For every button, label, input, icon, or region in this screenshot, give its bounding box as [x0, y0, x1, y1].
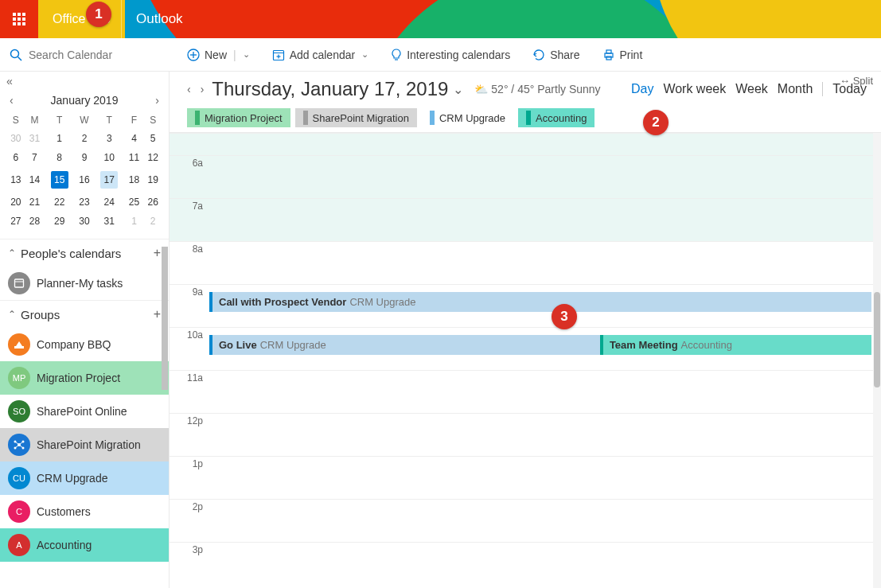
- hour-row[interactable]: 7a: [170, 198, 881, 241]
- chevron-down-icon[interactable]: ⌄: [453, 82, 463, 97]
- group-item[interactable]: AAccounting: [0, 528, 169, 562]
- mini-cal-day[interactable]: 30: [75, 212, 94, 231]
- view-week[interactable]: Week: [735, 82, 768, 96]
- mini-cal-day[interactable]: 16: [75, 167, 94, 193]
- new-button[interactable]: New | ⌄: [187, 49, 250, 61]
- mini-cal-day[interactable]: 20: [6, 193, 25, 212]
- mini-cal-day[interactable]: 14: [25, 167, 45, 193]
- mini-cal-day[interactable]: 25: [125, 193, 144, 212]
- calendar-event[interactable]: Team MeetingAccounting: [600, 335, 871, 355]
- chevron-down-icon[interactable]: ⌄: [361, 49, 368, 60]
- view-day[interactable]: Day: [631, 82, 653, 96]
- mini-cal-day[interactable]: 31: [25, 129, 45, 148]
- search-input[interactable]: [29, 49, 140, 61]
- chevron-down-icon[interactable]: ⌄: [243, 49, 250, 60]
- mini-cal-day[interactable]: 13: [6, 167, 25, 193]
- mini-cal-day[interactable]: 30: [6, 129, 25, 148]
- mini-cal-day[interactable]: 31: [94, 212, 125, 231]
- mini-cal-day[interactable]: 5: [143, 129, 162, 148]
- mini-cal-day[interactable]: 2: [143, 212, 162, 231]
- mini-cal-day[interactable]: 3: [94, 129, 125, 148]
- split-button[interactable]: ↔ Split: [840, 75, 873, 87]
- calendar-event[interactable]: Go LiveCRM Upgrade: [209, 335, 600, 355]
- hour-cell[interactable]: [209, 242, 881, 284]
- hour-cell[interactable]: [209, 134, 881, 155]
- mini-cal-day[interactable]: 18: [125, 167, 144, 193]
- hour-row[interactable]: [170, 133, 881, 155]
- hour-cell[interactable]: [209, 371, 881, 413]
- hour-cell[interactable]: [209, 457, 881, 499]
- scrollbar-thumb[interactable]: [874, 292, 880, 387]
- next-month-icon[interactable]: ›: [152, 94, 162, 107]
- view-work-week[interactable]: Work week: [663, 82, 726, 96]
- hour-cell[interactable]: [209, 156, 881, 198]
- app-title[interactable]: Outlook: [121, 0, 197, 38]
- mini-cal-day[interactable]: 24: [94, 193, 125, 212]
- group-item[interactable]: SOSharePoint Online: [0, 395, 169, 428]
- mini-cal-day[interactable]: 15: [44, 167, 75, 193]
- mini-cal-day[interactable]: 8: [44, 148, 75, 167]
- mini-cal-day[interactable]: 6: [6, 148, 25, 167]
- mini-cal-day[interactable]: 21: [25, 193, 45, 212]
- print-button[interactable]: Print: [602, 49, 643, 61]
- timeline[interactable]: 6a7a8a9a10a11a12p1p2p3p Call with Prospe…: [170, 133, 881, 588]
- mini-cal-day[interactable]: 27: [6, 212, 25, 231]
- hour-row[interactable]: 8a: [170, 241, 881, 284]
- mini-cal-day[interactable]: 11: [125, 148, 144, 167]
- planner-item[interactable]: Planner-My tasks: [0, 267, 169, 300]
- search-box[interactable]: [0, 38, 170, 72]
- group-item[interactable]: SharePoint Migration: [0, 428, 169, 461]
- hour-cell[interactable]: [209, 414, 881, 456]
- category-tag[interactable]: Accounting: [518, 108, 594, 127]
- view-month[interactable]: Month: [778, 82, 813, 96]
- office365-label[interactable]: Office 365: [38, 0, 125, 38]
- app-launcher-icon[interactable]: [0, 0, 38, 38]
- group-item[interactable]: CUCRM Upgrade: [0, 461, 169, 495]
- mini-cal-day[interactable]: 23: [75, 193, 94, 212]
- hour-row[interactable]: 6a: [170, 155, 881, 198]
- peoples-calendars-header[interactable]: ⌃ People's calendars +: [0, 239, 169, 267]
- mini-cal-day[interactable]: 17: [94, 167, 125, 193]
- sidebar-scrollbar[interactable]: [162, 247, 168, 390]
- mini-cal-day[interactable]: 7: [25, 148, 45, 167]
- hour-row[interactable]: 12p: [170, 413, 881, 456]
- weather[interactable]: ⛅ 52° / 45° Partly Sunny: [474, 83, 600, 95]
- mini-cal-day[interactable]: 1: [44, 129, 75, 148]
- hour-cell[interactable]: [209, 500, 881, 542]
- mini-cal-day[interactable]: 10: [94, 148, 125, 167]
- interesting-calendars-button[interactable]: Interesting calendars: [391, 49, 510, 61]
- add-calendar-button[interactable]: Add calendar ⌄: [272, 49, 369, 61]
- category-tag[interactable]: SharePoint Migration: [295, 108, 417, 127]
- collapse-icon[interactable]: «: [6, 75, 13, 88]
- group-item[interactable]: MPMigration Project: [0, 361, 169, 395]
- mini-cal-day[interactable]: 22: [44, 193, 75, 212]
- hour-row[interactable]: 2p: [170, 499, 881, 542]
- category-tag[interactable]: Migration Project: [187, 108, 290, 127]
- hour-cell[interactable]: [209, 199, 881, 241]
- mini-cal-day[interactable]: 26: [143, 193, 162, 212]
- calendar-event[interactable]: Call with Prospect VendorCRM Upgrade: [209, 292, 871, 312]
- add-group-icon[interactable]: +: [154, 307, 161, 321]
- mini-cal-day[interactable]: 9: [75, 148, 94, 167]
- mini-cal-day[interactable]: 29: [44, 212, 75, 231]
- prev-month-icon[interactable]: ‹: [6, 94, 17, 107]
- scrollbar[interactable]: [873, 133, 881, 588]
- hour-cell[interactable]: [209, 543, 881, 585]
- date-title[interactable]: Thursday, January 17, 2019 ⌄: [212, 78, 463, 100]
- sidebar-scrollbar-thumb[interactable]: [162, 247, 168, 390]
- mini-cal-day[interactable]: 2: [75, 129, 94, 148]
- group-item[interactable]: Company BBQ: [0, 328, 169, 361]
- groups-header[interactable]: ⌃ Groups 1 +: [0, 301, 169, 328]
- group-item[interactable]: CCustomers: [0, 495, 169, 528]
- share-button[interactable]: Share: [532, 49, 579, 61]
- mini-cal-day[interactable]: 19: [143, 167, 162, 193]
- hour-row[interactable]: 11a: [170, 370, 881, 413]
- mini-cal-day[interactable]: 4: [125, 129, 144, 148]
- hour-row[interactable]: 3p: [170, 542, 881, 585]
- prev-day-icon[interactable]: ‹: [187, 83, 191, 95]
- mini-cal-day[interactable]: 1: [125, 212, 144, 231]
- category-tag[interactable]: CRM Upgrade: [422, 108, 513, 127]
- mini-cal-day[interactable]: 28: [25, 212, 45, 231]
- mini-cal-day[interactable]: 12: [143, 148, 162, 167]
- add-peoples-calendar-icon[interactable]: +: [154, 246, 161, 260]
